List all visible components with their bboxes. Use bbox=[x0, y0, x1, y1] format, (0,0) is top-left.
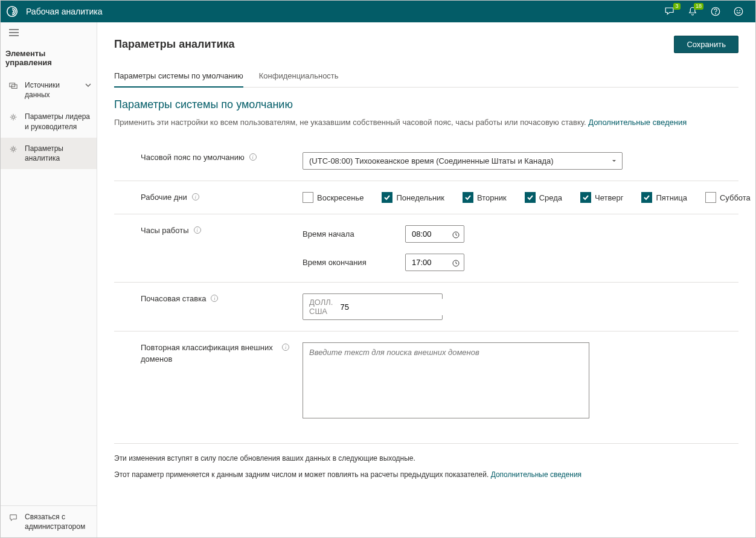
checkbox-label: Четверг bbox=[595, 193, 623, 202]
header-left: Рабочая аналитика bbox=[5, 5, 102, 18]
sidebar-item-label: Параметры лидера и руководителя bbox=[25, 112, 92, 131]
chat-icon bbox=[9, 513, 19, 524]
start-time-label: Время начала bbox=[303, 229, 369, 239]
learn-more-link-2[interactable]: Дополнительные сведения bbox=[491, 470, 581, 479]
checkbox-day-6[interactable]: Суббота bbox=[705, 192, 751, 203]
row-workdays: Рабочие дни i ВоскресеньеПонедельникВтор… bbox=[114, 181, 738, 214]
timezone-label: Часовой пояс по умолчанию bbox=[141, 152, 245, 163]
checkbox-day-3[interactable]: Среда bbox=[525, 192, 562, 203]
chevron-down-icon bbox=[85, 82, 92, 91]
rate-input[interactable] bbox=[339, 299, 447, 315]
rate-label: Почасовая ставка bbox=[141, 293, 206, 304]
info-icon[interactable]: i bbox=[211, 295, 218, 302]
note2-text: Этот параметр применяется к данным задни… bbox=[114, 470, 491, 479]
header-bar: Рабочая аналитика 3 18 bbox=[1, 1, 755, 22]
svg-point-3 bbox=[734, 7, 743, 16]
domains-label: Повторная классификация внешних доменов bbox=[141, 342, 277, 364]
rate-input-wrap[interactable]: ДОЛЛ. США bbox=[303, 293, 443, 320]
sidebar: Элементы управления Источники данных Пар… bbox=[1, 22, 97, 537]
checkbox-box bbox=[580, 192, 591, 203]
gear-icon bbox=[9, 113, 19, 123]
checkbox-day-1[interactable]: Понедельник bbox=[382, 192, 444, 203]
bell-badge: 18 bbox=[694, 3, 703, 10]
row-rate: Почасовая ставка i ДОЛЛ. США bbox=[114, 283, 738, 331]
workdays-label: Рабочие дни bbox=[141, 192, 187, 203]
sidebar-item-analyst-params[interactable]: Параметры аналитика bbox=[1, 138, 97, 169]
checkbox-day-2[interactable]: Вторник bbox=[463, 192, 507, 203]
sidebar-item-label: Источники данных bbox=[25, 80, 78, 100]
section-description: Применить эти настройки ко всем пользова… bbox=[114, 117, 738, 128]
start-time-input[interactable] bbox=[405, 225, 464, 243]
page-title: Параметры аналитика bbox=[114, 38, 235, 51]
app-logo-icon bbox=[5, 5, 19, 18]
desc-text: Применить эти настройки ко всем пользова… bbox=[114, 118, 588, 127]
checkbox-label: Среда bbox=[539, 193, 562, 202]
page-header: Параметры аналитика Сохранить bbox=[114, 36, 738, 53]
checkbox-day-5[interactable]: Пятница bbox=[641, 192, 687, 203]
domains-textarea[interactable] bbox=[303, 342, 589, 418]
end-time-label: Время окончания bbox=[303, 258, 369, 267]
checkbox-box bbox=[705, 192, 716, 203]
bell-icon[interactable]: 18 bbox=[687, 5, 699, 18]
checkbox-label: Воскресенье bbox=[317, 193, 364, 202]
learn-more-link[interactable]: Дополнительные сведения bbox=[588, 118, 687, 127]
checkbox-label: Вторник bbox=[477, 193, 507, 202]
sidebar-item-label: Параметры аналитика bbox=[25, 144, 92, 163]
footer-notes: Эти изменения вступят в силу после обнов… bbox=[114, 443, 738, 480]
checkbox-day-0[interactable]: Воскресенье bbox=[303, 192, 364, 203]
footer-note-2: Этот параметр применяется к данным задни… bbox=[114, 470, 738, 480]
feedback-badge: 3 bbox=[673, 3, 681, 10]
hamburger-button[interactable] bbox=[1, 22, 97, 44]
svg-point-2 bbox=[716, 13, 716, 14]
info-icon[interactable]: i bbox=[282, 344, 289, 351]
workhours-label: Часы работы bbox=[141, 225, 189, 236]
app-title: Рабочая аналитика bbox=[26, 7, 102, 16]
info-icon[interactable]: i bbox=[194, 226, 201, 234]
svg-point-5 bbox=[740, 10, 740, 11]
sidebar-section-title: Элементы управления bbox=[1, 44, 97, 74]
checkbox-box bbox=[463, 192, 473, 203]
sidebar-item-label: Связаться с администратором bbox=[25, 512, 92, 531]
tab-privacy[interactable]: Конфиденциальность bbox=[259, 66, 339, 88]
svg-point-11 bbox=[12, 116, 14, 118]
tabs: Параметры системы по умолчанию Конфиденц… bbox=[114, 66, 738, 88]
info-icon[interactable]: i bbox=[249, 153, 257, 161]
svg-point-12 bbox=[12, 148, 14, 150]
content: Параметры аналитика Сохранить Параметры … bbox=[97, 22, 755, 537]
row-workhours: Часы работы i Время начала bbox=[114, 214, 738, 283]
feedback-icon[interactable]: 3 bbox=[664, 5, 676, 18]
gear-icon bbox=[9, 145, 19, 155]
smile-icon[interactable] bbox=[732, 5, 745, 18]
checkbox-box bbox=[641, 192, 652, 203]
currency-label: ДОЛЛ. США bbox=[303, 294, 339, 319]
checkbox-label: Суббота bbox=[720, 193, 751, 202]
checkbox-box bbox=[525, 192, 536, 203]
tab-system-defaults[interactable]: Параметры системы по умолчанию bbox=[114, 66, 243, 88]
checkbox-day-4[interactable]: Четверг bbox=[580, 192, 623, 203]
checkbox-box bbox=[382, 192, 392, 203]
sidebar-item-sources[interactable]: Источники данных bbox=[1, 74, 97, 106]
footer-note-1: Эти изменения вступят в силу после обнов… bbox=[114, 453, 738, 464]
row-domains: Повторная классификация внешних доменов … bbox=[114, 331, 738, 431]
help-icon[interactable] bbox=[710, 5, 722, 18]
timezone-select[interactable]: (UTC-08:00) Тихоокеанское время (Соедине… bbox=[303, 152, 623, 170]
header-right: 3 18 bbox=[664, 5, 751, 18]
checkbox-box bbox=[303, 192, 313, 203]
info-icon[interactable]: i bbox=[192, 193, 199, 200]
svg-point-4 bbox=[737, 10, 737, 11]
sidebar-item-leader-params[interactable]: Параметры лидера и руководителя bbox=[1, 106, 97, 137]
sources-icon bbox=[9, 82, 19, 92]
row-timezone: Часовой пояс по умолчанию i (UTC-08:00) … bbox=[114, 141, 738, 181]
end-time-input[interactable] bbox=[405, 254, 464, 271]
save-button[interactable]: Сохранить bbox=[674, 36, 738, 53]
checkbox-label: Понедельник bbox=[396, 193, 444, 202]
sidebar-item-contact-admin[interactable]: Связаться с администратором bbox=[1, 506, 97, 537]
section-title: Параметры системы по умолчанию bbox=[114, 98, 738, 111]
checkbox-label: Пятница bbox=[656, 193, 687, 202]
